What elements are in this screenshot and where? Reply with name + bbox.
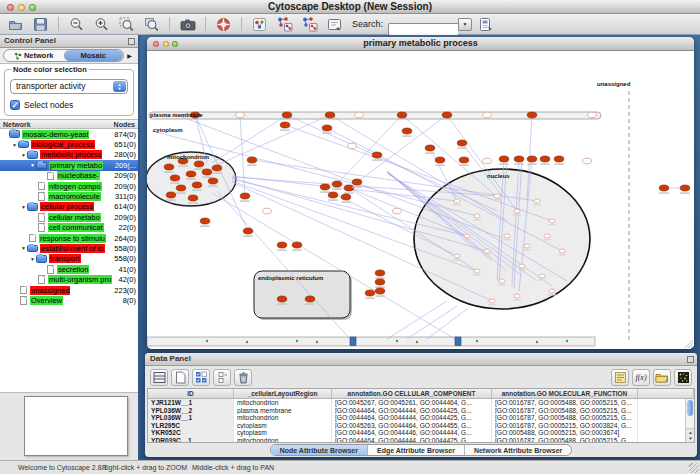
graph-node-unselected[interactable] xyxy=(549,289,555,293)
graph-node[interactable] xyxy=(176,185,186,191)
graph-node[interactable] xyxy=(554,156,564,162)
graph-node[interactable] xyxy=(397,112,407,118)
zoom-out-icon[interactable] xyxy=(65,15,88,33)
graph-node-unselected[interactable] xyxy=(464,234,470,238)
zoom-selected-region-icon[interactable] xyxy=(115,15,138,33)
graph-node[interactable] xyxy=(442,112,452,118)
graph-node[interactable] xyxy=(328,192,338,198)
graph-node[interactable] xyxy=(277,296,287,302)
table-cell[interactable]: [GO:0016787, GO:0005215, GO:0003824, G..… xyxy=(492,422,638,430)
graph-node-unselected[interactable] xyxy=(514,209,520,213)
graph-node-small[interactable] xyxy=(416,341,418,343)
tree-row[interactable]: ▼primary metabo209(... xyxy=(0,160,138,170)
column-layout-icon[interactable] xyxy=(150,369,168,386)
tree-row[interactable]: ▼biological_process651(0) xyxy=(0,139,138,149)
graph-node-unselected[interactable] xyxy=(355,112,364,118)
graph-node-unselected[interactable] xyxy=(483,112,492,118)
graph-node[interactable] xyxy=(280,122,290,128)
graph-node[interactable] xyxy=(375,279,385,285)
graph-node-unselected[interactable] xyxy=(494,194,500,198)
open-session-icon[interactable] xyxy=(4,15,27,33)
graph-node-unselected[interactable] xyxy=(484,249,490,253)
graph-node[interactable] xyxy=(240,193,250,199)
graph-node[interactable] xyxy=(527,112,537,118)
resize-grip[interactable] xyxy=(689,463,699,473)
zoom-in-icon[interactable] xyxy=(90,15,113,33)
graph-node-unselected[interactable] xyxy=(474,214,480,218)
graph-node[interactable] xyxy=(320,184,330,190)
graph-node[interactable] xyxy=(457,140,467,146)
graph-node-small[interactable] xyxy=(396,340,398,342)
table-cell[interactable]: YLR295C xyxy=(148,422,234,430)
graph-node-unselected[interactable] xyxy=(519,264,525,268)
tree-row[interactable]: mosaic-demo-yeast874(0) xyxy=(0,129,138,139)
float-panel-icon[interactable] xyxy=(128,38,135,45)
graph-node-unselected[interactable] xyxy=(559,249,565,253)
tree-row[interactable]: ▼metabolic process280(0) xyxy=(0,150,138,160)
graph-node-unselected[interactable] xyxy=(474,269,480,273)
graph-node[interactable] xyxy=(208,178,218,184)
graph-node[interactable] xyxy=(499,156,509,162)
graph-node[interactable] xyxy=(659,185,669,191)
graph-node[interactable] xyxy=(435,157,445,163)
window-titlebar[interactable]: Cytoscape Desktop (New Session) xyxy=(0,0,700,14)
table-cell[interactable]: [GO:0044464, GO:0044444, GO:0044425, G..… xyxy=(332,407,492,415)
disclosure-triangle-icon[interactable]: ▼ xyxy=(20,204,27,210)
graph-node-unselected[interactable] xyxy=(454,254,460,258)
graph-node-unselected[interactable] xyxy=(348,143,357,149)
graph-node[interactable] xyxy=(322,125,332,131)
tree-row[interactable]: macromolecule311(0) xyxy=(0,191,138,201)
graph-node[interactable] xyxy=(325,112,335,118)
tree-row[interactable]: Overview8(0) xyxy=(0,295,138,305)
graph-edge[interactable] xyxy=(387,301,447,339)
delete-attribute-icon[interactable] xyxy=(234,369,252,386)
table-cell[interactable]: [GO:0044464, GO:0044446, GO:0044444, G..… xyxy=(332,429,492,437)
graph-node-unselected[interactable] xyxy=(504,234,510,238)
tree-row[interactable]: multi-organism pro42(0) xyxy=(0,274,138,284)
matrix-editor-icon[interactable] xyxy=(674,369,692,386)
graph-edge[interactable] xyxy=(217,115,330,165)
network-column-header[interactable]: Network xyxy=(0,120,100,128)
table-row[interactable]: YLR295Ccytoplasm[GO:0045263, GO:0044464,… xyxy=(148,422,694,430)
new-attribute-icon[interactable] xyxy=(171,369,189,386)
graph-node-small[interactable] xyxy=(246,341,248,343)
search-input[interactable] xyxy=(388,23,458,36)
table-cell[interactable]: [GO:0016787, GO:0005488, GO:0005215, G..… xyxy=(492,437,638,444)
scrollbar-thumb[interactable] xyxy=(687,400,693,416)
disclosure-triangle-icon[interactable]: ▼ xyxy=(20,152,27,158)
tree-row[interactable]: response to stimulu264(0) xyxy=(0,233,138,243)
select-attributes-icon[interactable] xyxy=(192,369,210,386)
graph-node-small[interactable] xyxy=(296,340,298,342)
graph-node-unselected[interactable] xyxy=(514,294,520,298)
graph-node-small[interactable] xyxy=(536,341,538,343)
table-row[interactable]: YPL036W__1mitochondrion[GO:0044464, GO:0… xyxy=(148,414,694,422)
disclosure-triangle-icon[interactable]: ▼ xyxy=(20,245,27,251)
graph-node-small[interactable] xyxy=(206,340,208,342)
table-cell[interactable]: YPL036W__2 xyxy=(148,407,234,415)
table-row[interactable]: YJR121W__1mitochondrion[GO:0045267, GO:0… xyxy=(148,399,694,407)
table-cell[interactable]: [GO:0045263, GO:0044464, GO:0044455, G..… xyxy=(332,422,492,430)
graph-node[interactable] xyxy=(332,181,342,187)
zoom-fit-icon[interactable] xyxy=(140,15,163,33)
graph-node[interactable] xyxy=(277,242,287,248)
graph-node-unselected[interactable] xyxy=(534,199,540,203)
tab-edge-attribute-browser[interactable]: Edge Attribute Browser xyxy=(368,445,465,455)
nodes-column-header[interactable]: Nodes xyxy=(100,120,138,128)
graph-edge[interactable] xyxy=(349,115,447,188)
table-cell[interactable]: mitochondrion xyxy=(234,414,332,422)
graph-node[interactable] xyxy=(425,145,435,151)
graph-node[interactable] xyxy=(186,171,196,177)
graph-node[interactable] xyxy=(344,185,354,191)
table-row[interactable]: YDR039C__1mitochondrion[GO:0044464, GO:0… xyxy=(148,437,694,444)
search-dropdown-icon[interactable]: ▼ xyxy=(458,18,472,31)
tree-row[interactable]: secretion41(0) xyxy=(0,264,138,274)
graph-node[interactable] xyxy=(459,157,469,163)
graph-node-unselected[interactable] xyxy=(483,158,492,164)
tab-network[interactable]: Network xyxy=(4,50,64,61)
tab-network-attribute-browser[interactable]: Network Attribute Browser xyxy=(465,445,571,455)
new-network-from-selected-nodes-icon[interactable] xyxy=(273,15,296,33)
graph-node-unselected[interactable] xyxy=(489,299,495,303)
select-nodes-checkbox[interactable]: ✓ xyxy=(10,100,20,110)
tree-row[interactable]: nitrogen compo209(0) xyxy=(0,181,138,191)
disclosure-triangle-icon[interactable]: ▼ xyxy=(11,142,18,148)
